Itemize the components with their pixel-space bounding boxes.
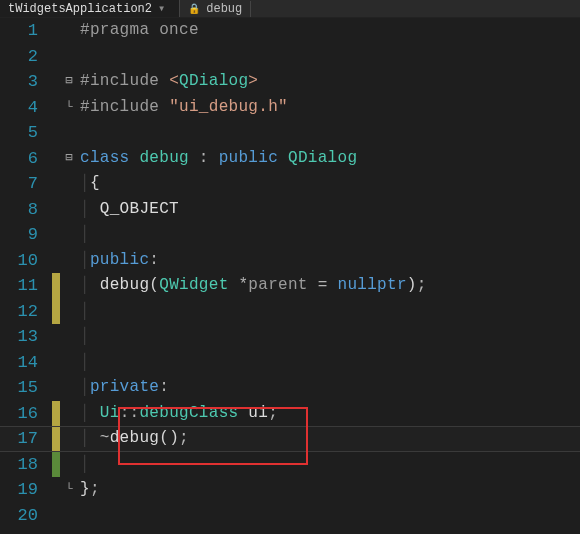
code-line[interactable]: 17│ ~debug();	[0, 426, 580, 452]
code-text[interactable]: │ Q_OBJECT	[78, 197, 580, 223]
fold-gutter	[60, 324, 78, 350]
code-line[interactable]: 11│ debug(QWidget *parent = nullptr);	[0, 273, 580, 299]
code-text[interactable]: │	[78, 452, 580, 478]
code-line[interactable]: 3⊟#include <QDialog>	[0, 69, 580, 95]
code-line[interactable]: 9│	[0, 222, 580, 248]
code-text[interactable]: │public:	[78, 248, 580, 274]
code-text[interactable]: │	[78, 222, 580, 248]
change-marker	[52, 452, 60, 478]
code-text[interactable]: │private:	[78, 375, 580, 401]
fold-toggle-icon[interactable]: └	[60, 95, 78, 121]
change-marker	[52, 299, 60, 325]
code-line[interactable]: 1#pragma once	[0, 18, 580, 44]
code-line[interactable]: 18│	[0, 452, 580, 478]
fold-gutter	[60, 171, 78, 197]
fold-gutter	[60, 44, 78, 70]
code-line[interactable]: 14│	[0, 350, 580, 376]
line-number: 1	[0, 18, 52, 44]
change-marker	[52, 426, 60, 452]
change-marker	[52, 18, 60, 44]
fold-gutter	[60, 426, 78, 452]
file-tab-right[interactable]: 🔒 debug	[180, 1, 251, 17]
tab-bar: tWidgetsApplication2 ▾ 🔒 debug	[0, 0, 580, 18]
change-marker	[52, 197, 60, 223]
fold-gutter	[60, 299, 78, 325]
code-line[interactable]: 10│public:	[0, 248, 580, 274]
code-line[interactable]: 15│private:	[0, 375, 580, 401]
change-marker	[52, 324, 60, 350]
code-editor[interactable]: 1#pragma once23⊟#include <QDialog>4└#inc…	[0, 18, 580, 534]
code-line[interactable]: 2	[0, 44, 580, 70]
line-number: 19	[0, 477, 52, 503]
code-text[interactable]: │{	[78, 171, 580, 197]
fold-gutter	[60, 503, 78, 529]
code-line[interactable]: 7│{	[0, 171, 580, 197]
code-text[interactable]	[78, 44, 580, 70]
fold-toggle-icon[interactable]: └	[60, 477, 78, 503]
dropdown-icon[interactable]: ▾	[158, 1, 171, 16]
code-line[interactable]: 16│ Ui::debugClass ui;	[0, 401, 580, 427]
code-text[interactable]: │ Ui::debugClass ui;	[78, 401, 580, 427]
line-number: 3	[0, 69, 52, 95]
fold-gutter	[60, 375, 78, 401]
code-line[interactable]: 4└#include "ui_debug.h"	[0, 95, 580, 121]
code-text[interactable]: class debug : public QDialog	[78, 146, 580, 172]
line-number: 10	[0, 248, 52, 274]
line-number: 6	[0, 146, 52, 172]
code-line[interactable]: 8│ Q_OBJECT	[0, 197, 580, 223]
fold-gutter	[60, 197, 78, 223]
code-text[interactable]: #include "ui_debug.h"	[78, 95, 580, 121]
code-text[interactable]	[78, 120, 580, 146]
change-marker	[52, 222, 60, 248]
line-number: 18	[0, 452, 52, 478]
code-text[interactable]: │ debug(QWidget *parent = nullptr);	[78, 273, 580, 299]
line-number: 8	[0, 197, 52, 223]
fold-gutter	[60, 452, 78, 478]
change-marker	[52, 477, 60, 503]
change-marker	[52, 146, 60, 172]
line-number: 17	[0, 426, 52, 452]
line-number: 9	[0, 222, 52, 248]
line-number: 15	[0, 375, 52, 401]
tab-label: debug	[206, 2, 242, 16]
code-text[interactable]: #include <QDialog>	[78, 69, 580, 95]
file-tab-left[interactable]: tWidgetsApplication2 ▾	[0, 0, 180, 17]
line-number: 13	[0, 324, 52, 350]
code-text[interactable]: │	[78, 350, 580, 376]
fold-gutter	[60, 350, 78, 376]
fold-toggle-icon[interactable]: ⊟	[60, 69, 78, 95]
change-marker	[52, 248, 60, 274]
line-number: 16	[0, 401, 52, 427]
change-marker	[52, 69, 60, 95]
code-line[interactable]: 13│	[0, 324, 580, 350]
fold-gutter	[60, 273, 78, 299]
change-marker	[52, 171, 60, 197]
code-line[interactable]: 12│	[0, 299, 580, 325]
code-line[interactable]: 20	[0, 503, 580, 529]
line-number: 4	[0, 95, 52, 121]
code-text[interactable]	[78, 503, 580, 529]
change-marker	[52, 350, 60, 376]
code-line[interactable]: 19└};	[0, 477, 580, 503]
line-number: 20	[0, 503, 52, 529]
fold-toggle-icon[interactable]: ⊟	[60, 146, 78, 172]
fold-gutter	[60, 401, 78, 427]
code-text[interactable]: };	[78, 477, 580, 503]
change-marker	[52, 273, 60, 299]
fold-gutter	[60, 120, 78, 146]
tab-label: tWidgetsApplication2	[8, 2, 152, 16]
change-marker	[52, 120, 60, 146]
code-text[interactable]: │ ~debug();	[78, 426, 580, 452]
line-number: 14	[0, 350, 52, 376]
line-number: 5	[0, 120, 52, 146]
code-text[interactable]: │	[78, 299, 580, 325]
line-number: 11	[0, 273, 52, 299]
code-line[interactable]: 6⊟class debug : public QDialog	[0, 146, 580, 172]
fold-gutter	[60, 248, 78, 274]
change-marker	[52, 401, 60, 427]
code-text[interactable]: #pragma once	[78, 18, 580, 44]
code-line[interactable]: 5	[0, 120, 580, 146]
code-text[interactable]: │	[78, 324, 580, 350]
change-marker	[52, 503, 60, 529]
change-marker	[52, 44, 60, 70]
